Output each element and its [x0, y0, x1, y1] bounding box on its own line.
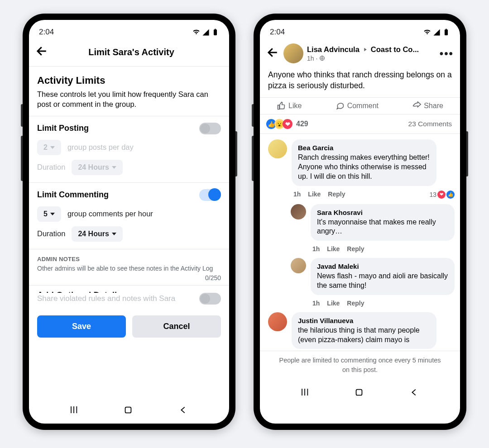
limit-commenting-toggle[interactable] — [199, 189, 221, 201]
comment-time: 1h — [312, 245, 320, 253]
svg-rect-2 — [125, 407, 131, 413]
comment-bubble[interactable]: Sara Khosravi It's mayonnaise that makes… — [311, 204, 455, 241]
chevron-down-icon — [112, 233, 116, 235]
wifi-icon — [192, 29, 200, 36]
cancel-button[interactable]: Cancel — [132, 315, 221, 338]
section-heading: Activity Limits — [37, 75, 221, 86]
limit-commenting-section: Limit Commenting 5 group comments per ho… — [29, 183, 229, 249]
limit-posting-label: Limit Posting — [37, 124, 89, 133]
triangle-icon — [362, 47, 368, 52]
avatar[interactable] — [268, 139, 287, 158]
post-body: Anyone who thinks that ranch dressing be… — [260, 68, 460, 97]
wifi-icon — [423, 29, 431, 36]
svg-rect-1 — [215, 29, 216, 29]
limit-posting-toggle[interactable] — [199, 123, 221, 134]
like-button[interactable]: Like — [277, 101, 302, 110]
comment-text: Ranch dressing makes everything better! … — [298, 153, 430, 181]
section-description: These controls let you limit how frequen… — [37, 89, 221, 110]
comment-time: 1h — [312, 300, 320, 307]
comment-text: News flash - mayo and aioli are basicall… — [317, 272, 448, 291]
status-icons — [423, 29, 450, 36]
comment-button[interactable]: Comment — [336, 101, 379, 110]
comment-like[interactable]: Like — [308, 191, 321, 199]
share-toggle[interactable] — [199, 293, 221, 305]
comment-text: the hilarious thing is that many people … — [298, 326, 430, 345]
back-button[interactable] — [266, 46, 280, 61]
commenting-suffix: group comments per hour — [67, 210, 153, 218]
page-title: Limit Sara's Activity — [53, 47, 209, 57]
svg-rect-0 — [214, 29, 217, 35]
author-avatar[interactable] — [283, 43, 303, 63]
comment-bubble[interactable]: Javad Maleki News flash - mayo and aioli… — [311, 258, 455, 295]
more-button[interactable]: ••• — [440, 47, 454, 60]
status-icons — [192, 29, 219, 36]
android-navbar: III — [29, 396, 229, 424]
battery-icon — [442, 29, 450, 36]
comment-like[interactable]: Like — [327, 300, 340, 307]
home-icon[interactable] — [354, 387, 364, 397]
posting-duration-select[interactable]: 24 Hours — [72, 160, 122, 175]
chevron-down-icon — [50, 213, 55, 215]
posting-duration-label: Duration — [37, 163, 65, 172]
android-back-icon[interactable] — [178, 405, 188, 415]
posting-suffix: group posts per day — [67, 143, 134, 152]
commenting-duration-label: Duration — [37, 229, 65, 238]
love-icon: ❤ — [283, 119, 292, 129]
home-icon[interactable] — [123, 405, 133, 415]
status-bar: 2:04 — [29, 20, 229, 39]
share-with-user-text: Share violated rules and notes with Sara — [37, 294, 199, 304]
svg-rect-3 — [445, 29, 448, 35]
comment-text: It's mayonnaise that makes me really ang… — [317, 218, 448, 237]
comment-reply[interactable]: Reply — [347, 245, 364, 253]
comment-reply[interactable]: Reply — [328, 191, 345, 199]
author-name[interactable]: Lisa Advincula — [307, 45, 360, 54]
rate-limit-notice: People are limited to commenting once ev… — [260, 351, 460, 379]
battery-icon — [211, 29, 219, 36]
reactions-summary[interactable]: 👍 😮 ❤ 429 23 Comments — [260, 114, 460, 134]
comment-like[interactable]: Like — [327, 245, 340, 253]
posting-count-select[interactable]: 2 — [37, 140, 61, 155]
comment-author: Bea Garcia — [298, 144, 430, 152]
comment-reactions[interactable]: 13 ❤ 👍 — [429, 191, 455, 199]
signal-icon — [202, 29, 210, 36]
android-back-icon[interactable] — [409, 387, 419, 397]
phone-right: 2:04 Lisa Advincula Coast to Co... 1h· — [254, 14, 466, 430]
recent-apps-icon[interactable]: III — [301, 386, 309, 398]
app-bar: Limit Sara's Activity — [29, 39, 229, 67]
comment-author: Javad Maleki — [317, 262, 448, 270]
save-button[interactable]: Save — [37, 315, 126, 338]
comment-item: Javad Maleki News flash - mayo and aioli… — [291, 258, 455, 295]
action-bar: Like Comment Share — [260, 97, 460, 114]
back-button[interactable] — [35, 44, 49, 60]
like-icon: 👍 — [446, 191, 455, 199]
avatar[interactable] — [291, 258, 306, 273]
comment-time: 1h — [293, 191, 301, 199]
recent-apps-icon[interactable]: III — [70, 404, 78, 416]
char-counter: 0/250 — [29, 272, 229, 285]
comment-item: Sara Khosravi It's mayonnaise that makes… — [291, 204, 455, 241]
svg-rect-4 — [446, 29, 447, 29]
globe-icon — [319, 55, 325, 61]
android-navbar: III — [260, 379, 460, 406]
comment-bubble[interactable]: Bea Garcia Ranch dressing makes everythi… — [292, 139, 436, 186]
admin-notes-label: ADMIN NOTES — [29, 249, 229, 264]
comment-reply[interactable]: Reply — [347, 300, 364, 307]
comments-list: Bea Garcia Ranch dressing makes everythi… — [260, 134, 460, 351]
love-icon: ❤ — [437, 191, 446, 199]
svg-rect-6 — [356, 390, 362, 396]
comment-count[interactable]: 23 Comments — [408, 120, 452, 128]
chevron-down-icon — [50, 146, 55, 149]
avatar[interactable] — [291, 204, 306, 219]
status-time: 2:04 — [39, 28, 54, 37]
optional-heading: Add Optional Details — [29, 286, 229, 293]
chevron-down-icon — [112, 166, 116, 169]
commenting-count-select[interactable]: 5 — [37, 206, 61, 222]
limit-commenting-label: Limit Commenting — [37, 190, 109, 200]
commenting-duration-select[interactable]: 24 Hours — [72, 226, 122, 242]
comment-bubble[interactable]: Justin Villanueva the hilarious thing is… — [292, 312, 436, 349]
avatar[interactable] — [268, 312, 287, 331]
group-name[interactable]: Coast to Co... — [371, 45, 419, 54]
comment-item: Justin Villanueva the hilarious thing is… — [268, 312, 455, 349]
share-button[interactable]: Share — [412, 101, 443, 110]
reaction-count: 429 — [296, 120, 308, 128]
